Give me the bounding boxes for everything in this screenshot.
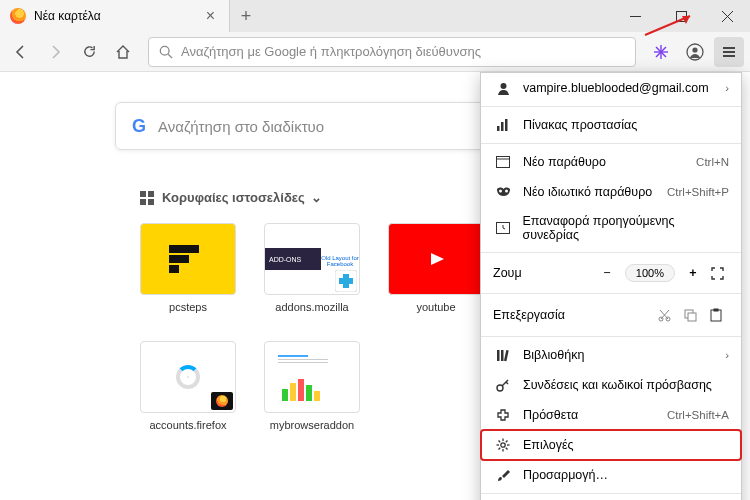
window-close-button[interactable]: [704, 0, 750, 32]
svg-line-5: [168, 54, 172, 58]
topsite-tile[interactable]: ADD-ONSOld Layout for Facebookaddons.moz…: [264, 223, 360, 313]
cut-button[interactable]: [651, 303, 677, 327]
paste-button[interactable]: [703, 303, 729, 327]
topsite-tile[interactable]: youtube: [388, 223, 484, 313]
svg-line-70: [499, 448, 501, 450]
zoom-in-button[interactable]: +: [681, 261, 705, 285]
nav-back-button[interactable]: [6, 37, 36, 67]
copy-button[interactable]: [677, 303, 703, 327]
restore-icon: [493, 222, 512, 234]
tab-title: Νέα καρτέλα: [34, 9, 101, 23]
svg-rect-20: [148, 199, 154, 205]
mask-icon: [493, 187, 513, 197]
svg-rect-31: [278, 355, 308, 357]
nav-reload-button[interactable]: [74, 37, 104, 67]
chevron-right-icon: ›: [725, 82, 729, 94]
firefox-icon: [10, 8, 26, 24]
zoom-level[interactable]: 100%: [625, 264, 675, 282]
svg-rect-19: [140, 199, 146, 205]
svg-rect-18: [148, 191, 154, 197]
svg-point-39: [500, 83, 506, 89]
menu-new-window[interactable]: Νέο παράθυρο Ctrl+N: [481, 147, 741, 177]
svg-line-68: [506, 448, 508, 450]
svg-rect-57: [501, 350, 504, 361]
svg-rect-33: [278, 362, 328, 363]
svg-point-11: [692, 47, 697, 52]
menu-edit-row: Επεξεργασία: [481, 297, 741, 333]
svg-line-61: [506, 382, 508, 384]
puzzle-icon: [493, 408, 513, 422]
window-maximize-button[interactable]: [658, 0, 704, 32]
chevron-right-icon: ›: [725, 349, 729, 361]
svg-point-30: [188, 377, 189, 378]
extension-snowflake-icon[interactable]: [646, 37, 676, 67]
topsite-tile[interactable]: pcsteps: [140, 223, 236, 313]
chevron-down-icon: ⌄: [311, 190, 322, 205]
svg-line-67: [499, 441, 501, 443]
svg-rect-42: [505, 119, 508, 131]
menu-customize[interactable]: Προσαρμογή…: [481, 460, 741, 490]
svg-rect-53: [688, 313, 696, 321]
svg-rect-40: [497, 126, 500, 131]
nav-forward-button[interactable]: [40, 37, 70, 67]
search-placeholder: Αναζήτηση στο διαδίκτυο: [158, 118, 324, 135]
svg-rect-41: [501, 122, 504, 131]
url-bar[interactable]: Αναζήτηση με Google ή πληκτρολόγηση διεύ…: [148, 37, 636, 67]
svg-rect-38: [314, 391, 320, 401]
account-icon: [493, 81, 513, 96]
menu-logins[interactable]: Συνδέσεις και κωδικοί πρόσβασης: [481, 370, 741, 400]
nav-home-button[interactable]: [108, 37, 138, 67]
search-icon: [159, 45, 173, 59]
svg-rect-34: [282, 389, 288, 401]
svg-rect-32: [278, 359, 328, 360]
svg-rect-1: [676, 11, 686, 21]
account-icon[interactable]: [680, 37, 710, 67]
new-tab-button[interactable]: +: [230, 0, 262, 32]
svg-rect-22: [169, 255, 189, 263]
fullscreen-button[interactable]: [705, 261, 729, 285]
menu-addons[interactable]: Πρόσθετα Ctrl+Shift+A: [481, 400, 741, 430]
menu-new-private-window[interactable]: Νέο ιδιωτικό παράθυρο Ctrl+Shift+P: [481, 177, 741, 207]
svg-rect-55: [714, 309, 719, 312]
svg-rect-58: [504, 349, 509, 360]
svg-point-46: [505, 190, 508, 193]
svg-rect-35: [290, 383, 296, 401]
grid-icon: [140, 191, 154, 205]
zoom-out-button[interactable]: −: [595, 261, 619, 285]
menu-options[interactable]: Επιλογές: [481, 430, 741, 460]
svg-rect-36: [298, 379, 304, 401]
app-menu-button[interactable]: [714, 37, 744, 67]
menu-library[interactable]: Βιβλιοθήκη ›: [481, 340, 741, 370]
app-menu-panel: vampire.blueblooded@gmail.com › Πίνακας …: [480, 72, 742, 500]
menu-protections[interactable]: Πίνακας προστασίας: [481, 110, 741, 140]
menu-zoom-row: Ζουμ − 100% +: [481, 256, 741, 290]
topsite-tile[interactable]: accounts.firefox: [140, 341, 236, 431]
svg-line-51: [660, 310, 668, 319]
menu-account[interactable]: vampire.blueblooded@gmail.com ›: [481, 73, 741, 103]
browser-tab[interactable]: Νέα καρτέλα ×: [0, 0, 230, 32]
svg-point-62: [501, 443, 505, 447]
window-icon: [493, 156, 513, 168]
topsite-tile[interactable]: mybrowseraddon: [264, 341, 360, 431]
paintbrush-icon: [493, 468, 513, 482]
svg-rect-21: [169, 265, 179, 273]
svg-rect-37: [306, 385, 312, 401]
svg-rect-43: [497, 157, 510, 168]
gear-icon: [493, 438, 513, 452]
svg-rect-56: [497, 350, 500, 361]
svg-rect-54: [711, 310, 721, 321]
svg-rect-17: [140, 191, 146, 197]
url-placeholder: Αναζήτηση με Google ή πληκτρολόγηση διεύ…: [181, 44, 481, 59]
window-minimize-button[interactable]: [612, 0, 658, 32]
library-icon: [493, 349, 513, 362]
svg-line-50: [661, 310, 669, 319]
menu-restore-session[interactable]: Επαναφορά προηγούμενης συνεδρίας: [481, 207, 741, 249]
google-icon: G: [132, 116, 146, 137]
tab-close-button[interactable]: ×: [202, 7, 219, 25]
key-icon: [493, 378, 513, 392]
svg-rect-23: [169, 245, 199, 253]
dashboard-icon: [493, 118, 513, 132]
svg-point-4: [160, 46, 169, 55]
svg-point-45: [499, 190, 502, 193]
svg-line-69: [506, 441, 508, 443]
